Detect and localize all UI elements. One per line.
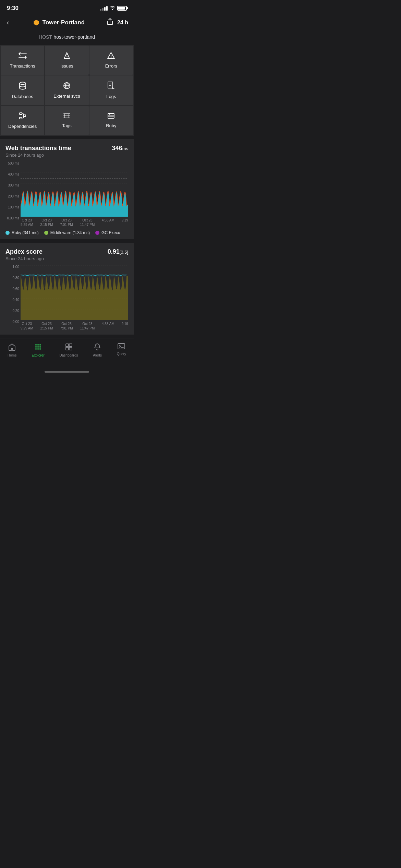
web-transactions-subtitle: Since 24 hours ago (5, 153, 128, 158)
dashboards-icon (65, 343, 73, 352)
svg-marker-0 (34, 20, 39, 25)
grid-item-dependencies[interactable]: Dependencies (1, 106, 44, 135)
nav-home-label: Home (8, 353, 17, 357)
app-hex-icon (33, 19, 40, 26)
dependencies-icon (19, 112, 26, 121)
external-svcs-icon (63, 82, 71, 91)
nav-dashboards-label: Dashboards (60, 353, 78, 357)
issues-label: Issues (60, 63, 73, 69)
home-icon (8, 343, 16, 352)
grid-item-databases[interactable]: Databases (1, 75, 44, 105)
legend-label-ruby: Ruby (341 ms) (12, 230, 39, 235)
grid-item-transactions[interactable]: Transactions (1, 46, 44, 75)
apdex-y-2: 0.40 (5, 298, 21, 302)
databases-icon (19, 82, 26, 91)
svg-point-41 (39, 346, 41, 348)
wifi-icon (110, 5, 115, 11)
y-label-5: 500 ms (5, 162, 21, 165)
x-label-4: 4:33 AM (102, 218, 114, 227)
apdex-value: 0.91[0.5] (108, 248, 128, 255)
grid-menu: Transactions Issues Errors (0, 45, 134, 136)
nav-explorer[interactable]: Explorer (27, 342, 48, 359)
legend-middleware: Middleware (1.34 ms) (44, 230, 90, 235)
x-label-2: Oct 237:01 PM (60, 218, 73, 227)
svg-point-39 (35, 346, 37, 348)
status-bar: 9:30 (0, 0, 134, 14)
ruby-icon (107, 113, 115, 120)
legend-dot-ruby (5, 231, 10, 235)
apdex-section: Apdex score 0.91[0.5] Since 24 hours ago… (0, 243, 134, 335)
apdex-x-0: Oct 239:29 AM (21, 322, 33, 330)
logs-label: Logs (106, 94, 116, 99)
host-prefix: HOST (39, 34, 52, 40)
apdex-x-3: Oct 2311:47 PM (80, 322, 95, 330)
svg-point-36 (35, 344, 37, 346)
apdex-x-4: 4:33 AM (102, 322, 114, 330)
svg-point-42 (35, 348, 37, 350)
web-transactions-y-axis: 500 ms 400 ms 300 ms 200 ms 100 ms 0.00 … (5, 162, 21, 220)
svg-point-4 (111, 57, 111, 58)
tags-icon (63, 113, 71, 120)
svg-point-38 (39, 344, 41, 346)
grid-item-issues[interactable]: Issues (45, 46, 88, 75)
transactions-label: Transactions (10, 63, 35, 69)
svg-rect-13 (20, 117, 22, 119)
time-range[interactable]: 24 h (117, 20, 128, 26)
svg-rect-46 (69, 344, 72, 347)
svg-rect-11 (20, 113, 22, 114)
issues-icon (63, 52, 71, 61)
nav-alerts[interactable]: Alerts (89, 342, 106, 359)
svg-point-44 (39, 348, 41, 350)
x-label-0: Oct 239:29 AM (21, 218, 33, 227)
nav-explorer-label: Explorer (32, 353, 44, 357)
nav-query[interactable]: Query (113, 342, 130, 359)
svg-rect-49 (118, 343, 125, 349)
host-name: host-tower-portland (53, 34, 95, 40)
nav-dashboards[interactable]: Dashboards (56, 342, 82, 359)
apdex-y-axis: 1.00 0.80 0.60 0.40 0.20 0.00 (5, 265, 21, 324)
nav-alerts-label: Alerts (93, 353, 102, 357)
apdex-x-5: 9:19 (121, 322, 128, 330)
chart-header-transactions: Web transactions time 346ms (5, 145, 128, 152)
home-bar (45, 371, 89, 373)
x-label-3: Oct 2311:47 PM (80, 218, 95, 227)
apdex-x-2: Oct 237:01 PM (60, 322, 73, 330)
share-icon[interactable] (107, 18, 113, 27)
header-right: 24 h (107, 18, 128, 27)
web-transactions-value: 346ms (112, 145, 128, 152)
svg-rect-47 (66, 347, 69, 350)
back-button[interactable]: ‹ (5, 17, 11, 28)
y-label-1: 100 ms (5, 206, 21, 209)
grid-item-errors[interactable]: Errors (89, 46, 133, 75)
transactions-icon (18, 52, 27, 61)
svg-rect-1 (66, 55, 68, 55)
svg-point-37 (37, 344, 39, 346)
databases-label: Databases (12, 94, 33, 99)
dependencies-label: Dependencies (8, 124, 37, 129)
grid-item-logs[interactable]: Logs (89, 75, 133, 105)
apdex-y-0: 0.00 (5, 320, 21, 324)
apdex-x-axis: Oct 239:29 AM Oct 232:15 PM Oct 237:01 P… (21, 320, 128, 330)
header-title: Tower-Portland (42, 19, 85, 26)
y-label-2: 200 ms (5, 195, 21, 198)
grid-item-external-svcs[interactable]: External svcs (45, 75, 88, 105)
apdex-title: Apdex score (5, 248, 42, 255)
explorer-icon (34, 343, 42, 352)
grid-item-ruby[interactable]: Ruby (89, 106, 133, 135)
apdex-chart-container: 1.00 0.80 0.60 0.40 0.20 0.00 Oct 239:29… (5, 265, 128, 330)
header-center: Tower-Portland (33, 19, 85, 26)
apdex-y-4: 0.80 (5, 276, 21, 280)
nav-home[interactable]: Home (3, 342, 21, 359)
web-transactions-x-axis: Oct 239:29 AM Oct 232:15 PM Oct 237:01 P… (21, 217, 128, 227)
grid-item-tags[interactable]: Tags (45, 106, 88, 135)
apdex-y-5: 1.00 (5, 265, 21, 269)
nav-query-label: Query (117, 352, 126, 356)
svg-rect-48 (69, 347, 72, 350)
alerts-icon (94, 343, 101, 352)
legend-ruby: Ruby (341 ms) (5, 230, 39, 235)
status-icons (100, 5, 127, 11)
x-label-5: 9:19 (121, 218, 128, 227)
tags-label: Tags (62, 123, 71, 128)
legend-label-gc: GC Execu (101, 230, 120, 235)
status-time: 9:30 (7, 5, 19, 12)
